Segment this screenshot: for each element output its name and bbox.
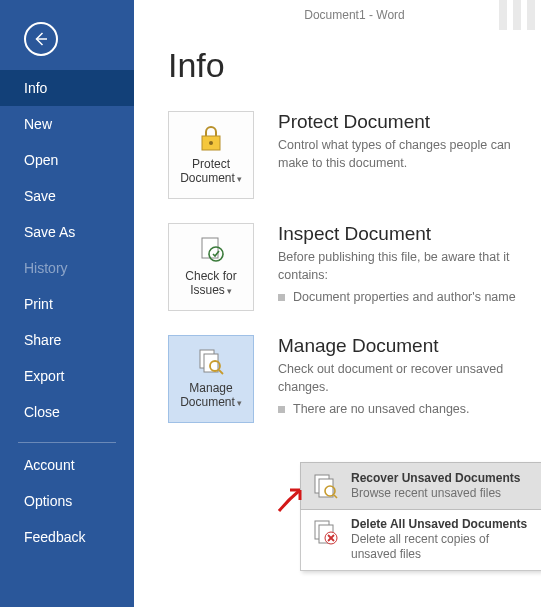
- arrow-left-icon: [32, 30, 50, 48]
- document-title: Document1 - Word: [304, 8, 404, 22]
- bullet-text: There are no unsaved changes.: [293, 402, 470, 416]
- section-desc: Before publishing this file, be aware th…: [278, 249, 525, 284]
- sidebar-label: Export: [24, 368, 64, 384]
- sidebar-label: Open: [24, 152, 58, 168]
- bullet-icon: [278, 406, 285, 413]
- sidebar-item-feedback[interactable]: Feedback: [0, 519, 134, 555]
- check-for-issues-button[interactable]: Check for Issues▾: [168, 223, 254, 311]
- sidebar-label: Account: [24, 457, 75, 473]
- section-inspect: Check for Issues▾ Inspect Document Befor…: [168, 223, 541, 311]
- bullet-icon: [278, 294, 285, 301]
- manage-document-menu: Recover Unsaved Documents Browse recent …: [300, 462, 541, 571]
- section-manage: Manage Document▾ Manage Document Check o…: [168, 335, 541, 423]
- document-recover-icon: [311, 471, 341, 501]
- sidebar-item-save-as[interactable]: Save As: [0, 214, 134, 250]
- section-desc: Check out document or recover unsaved ch…: [278, 361, 525, 396]
- chevron-down-icon: ▾: [237, 174, 242, 184]
- section-desc: Control what types of changes people can…: [278, 137, 525, 172]
- sidebar-label: Options: [24, 493, 72, 509]
- sidebar-label: Feedback: [24, 529, 85, 545]
- backstage-sidebar: Info New Open Save Save As History Print…: [0, 0, 134, 607]
- document-check-icon: [196, 236, 226, 264]
- sidebar-item-new[interactable]: New: [0, 106, 134, 142]
- content-pane: Document1 - Word Info Protect Document▾ …: [134, 0, 541, 607]
- title-bar: Document1 - Word: [168, 0, 541, 46]
- sidebar-item-open[interactable]: Open: [0, 142, 134, 178]
- menu-item-title: Recover Unsaved Documents: [351, 471, 520, 486]
- sidebar-item-print[interactable]: Print: [0, 286, 134, 322]
- sidebar-item-share[interactable]: Share: [0, 322, 134, 358]
- section-title: Manage Document: [278, 335, 525, 357]
- svg-point-1: [209, 141, 213, 145]
- sidebar-label: Print: [24, 296, 53, 312]
- sidebar-label: Info: [24, 80, 47, 96]
- svg-line-11: [334, 495, 337, 498]
- sidebar-label: Save: [24, 188, 56, 204]
- bullet-text: Document properties and author's name: [293, 290, 516, 304]
- menu-item-sub: Delete all recent copies of unsaved file…: [351, 532, 531, 562]
- chevron-down-icon: ▾: [227, 286, 232, 296]
- menu-item-delete-unsaved[interactable]: Delete All Unsaved Documents Delete all …: [301, 509, 541, 570]
- document-delete-icon: [311, 517, 341, 547]
- manage-document-button[interactable]: Manage Document▾: [168, 335, 254, 423]
- sidebar-item-save[interactable]: Save: [0, 178, 134, 214]
- sidebar-label: Share: [24, 332, 61, 348]
- section-protect: Protect Document▾ Protect Document Contr…: [168, 111, 541, 199]
- sidebar-item-export[interactable]: Export: [0, 358, 134, 394]
- sidebar-divider: [18, 442, 116, 443]
- sidebar-label: Close: [24, 404, 60, 420]
- menu-item-recover-unsaved[interactable]: Recover Unsaved Documents Browse recent …: [300, 462, 541, 510]
- document-search-icon: [196, 348, 226, 376]
- sidebar-item-options[interactable]: Options: [0, 483, 134, 519]
- sidebar-item-close[interactable]: Close: [0, 394, 134, 430]
- manage-bullet: There are no unsaved changes.: [278, 402, 525, 416]
- sidebar-item-account[interactable]: Account: [0, 447, 134, 483]
- chevron-down-icon: ▾: [237, 398, 242, 408]
- menu-item-sub: Browse recent unsaved files: [351, 486, 520, 501]
- svg-line-7: [219, 370, 223, 374]
- sidebar-item-history: History: [0, 250, 134, 286]
- page-title: Info: [168, 46, 541, 85]
- protect-document-button[interactable]: Protect Document▾: [168, 111, 254, 199]
- section-title: Protect Document: [278, 111, 525, 133]
- menu-item-title: Delete All Unsaved Documents: [351, 517, 531, 532]
- lock-icon: [196, 124, 226, 152]
- button-label: Manage Document: [180, 381, 235, 409]
- sidebar-label: History: [24, 260, 68, 276]
- sidebar-item-info[interactable]: Info: [0, 70, 134, 106]
- inspect-bullet: Document properties and author's name: [278, 290, 525, 304]
- title-bar-decoration: [499, 0, 535, 30]
- sidebar-label: Save As: [24, 224, 75, 240]
- back-button[interactable]: [24, 22, 58, 56]
- sidebar-label: New: [24, 116, 52, 132]
- button-label: Protect Document: [180, 157, 235, 185]
- section-title: Inspect Document: [278, 223, 525, 245]
